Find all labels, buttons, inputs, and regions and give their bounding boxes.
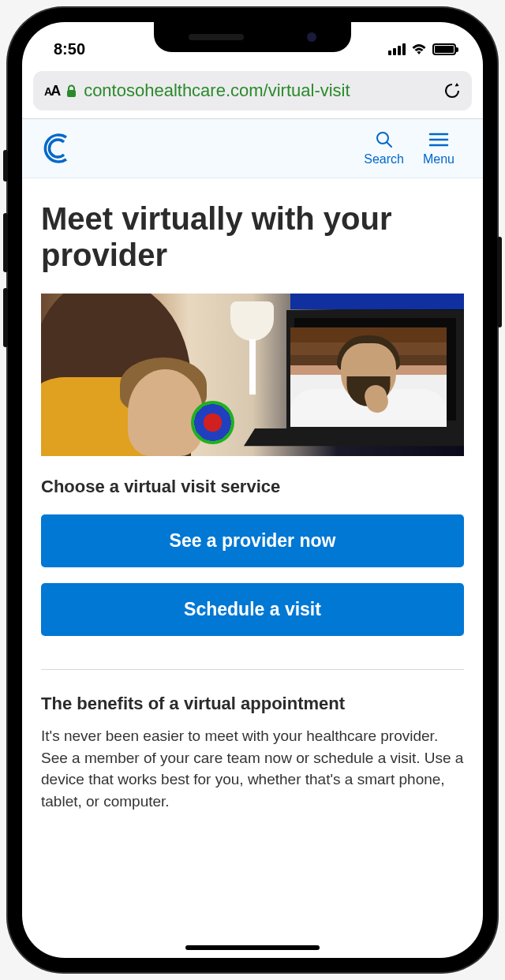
url-text: contosohealthcare.com/virtual-visit bbox=[84, 80, 437, 101]
page-content: Meet virtually with your provider bbox=[22, 178, 483, 812]
see-provider-now-button[interactable]: See a provider now bbox=[41, 514, 464, 567]
menu-button[interactable]: Menu bbox=[413, 130, 464, 166]
svg-line-2 bbox=[387, 142, 391, 147]
phone-notch bbox=[154, 22, 351, 52]
silence-switch bbox=[3, 150, 8, 181]
search-label: Search bbox=[364, 152, 404, 166]
phone-frame: 8:50 AA contosohealthcare.com/v bbox=[8, 8, 497, 972]
search-button[interactable]: Search bbox=[354, 130, 413, 166]
refresh-icon[interactable] bbox=[443, 81, 461, 100]
battery-icon bbox=[432, 43, 456, 55]
status-time: 8:50 bbox=[54, 40, 85, 58]
hamburger-icon bbox=[428, 130, 449, 149]
reader-aa-icon[interactable]: AA bbox=[44, 83, 59, 99]
home-indicator[interactable] bbox=[185, 945, 320, 950]
search-icon bbox=[375, 130, 394, 149]
benefits-title: The benefits of a virtual appointment bbox=[41, 694, 464, 714]
section-divider bbox=[41, 669, 464, 670]
hero-image bbox=[41, 294, 464, 456]
benefits-body: It's never been easier to meet with your… bbox=[41, 725, 464, 812]
app-header: Search Menu bbox=[22, 119, 483, 178]
address-bar[interactable]: AA contosohealthcare.com/virtual-visit bbox=[33, 71, 472, 110]
schedule-visit-button[interactable]: Schedule a visit bbox=[41, 583, 464, 636]
wifi-icon bbox=[411, 43, 427, 55]
choose-service-title: Choose a virtual visit service bbox=[41, 477, 464, 497]
browser-chrome: AA contosohealthcare.com/virtual-visit bbox=[22, 66, 483, 118]
lock-icon bbox=[65, 84, 77, 98]
svg-rect-0 bbox=[67, 90, 76, 97]
phone-screen: 8:50 AA contosohealthcare.com/v bbox=[22, 22, 483, 958]
page-title: Meet virtually with your provider bbox=[41, 200, 464, 273]
cellular-signal-icon bbox=[388, 43, 406, 55]
power-button bbox=[497, 237, 502, 327]
menu-label: Menu bbox=[423, 152, 454, 166]
volume-down-button bbox=[3, 288, 8, 347]
brand-logo[interactable] bbox=[41, 133, 354, 164]
volume-up-button bbox=[3, 213, 8, 272]
